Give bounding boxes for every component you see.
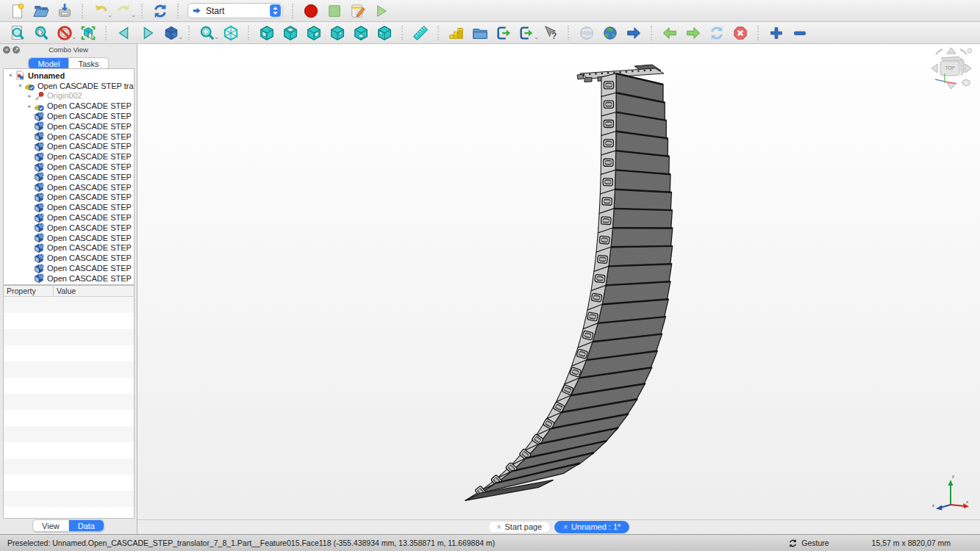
execute-macro-button[interactable] <box>370 1 393 21</box>
nav-back-icon <box>116 25 132 41</box>
tree-expander-icon[interactable]: ▸ <box>26 103 34 109</box>
dropdown-chevron-icon[interactable]: ⌄ <box>131 12 136 18</box>
viewport-3d[interactable]: TOP y x z ×Start page×Unnamed : 1* <box>137 44 980 534</box>
dropdown-chevron-icon[interactable]: ⌄ <box>178 35 183 40</box>
export-button[interactable] <box>492 24 515 43</box>
web-forward-button[interactable] <box>622 24 645 43</box>
tree-expander-icon[interactable]: ▾ <box>16 82 24 89</box>
stop-macro-button[interactable] <box>323 1 346 21</box>
dropdown-chevron-icon[interactable]: ⌄ <box>534 35 539 40</box>
property-column-header[interactable]: Property <box>4 286 54 296</box>
redo-button[interactable]: ⌄ <box>112 1 135 21</box>
tab-tasks[interactable]: Tasks <box>68 58 107 69</box>
next-page-button[interactable] <box>682 24 704 43</box>
tree-item-unnamed[interactable]: ▾Unnamed <box>4 71 134 81</box>
tree-item-part-feature[interactable]: Open CASCADE STEP translator <box>4 151 134 162</box>
refresh-button[interactable] <box>149 1 171 21</box>
view-bottom-button[interactable] <box>349 24 372 43</box>
undock-panel-button[interactable]: ↗ <box>12 46 20 54</box>
tree-item-open-cascade-step-translator[interactable]: ▸Open CASCADE STEP translator <box>4 101 134 111</box>
measure-button[interactable] <box>409 24 432 43</box>
reload-page-button[interactable] <box>705 24 728 43</box>
tree-item-part-feature[interactable]: Open CASCADE STEP translator <box>4 202 134 212</box>
view-right-icon <box>306 25 322 41</box>
web-page-button[interactable] <box>575 24 598 43</box>
zoom-out-button[interactable] <box>788 24 811 43</box>
view-top-icon <box>282 25 298 41</box>
tree-item-part-feature[interactable]: Open CASCADE STEP translator <box>4 223 134 233</box>
undo-button[interactable]: ⌄ <box>89 1 112 21</box>
tree-item-label: Open CASCADE STEP translator <box>47 253 134 262</box>
nav-back-button[interactable] <box>112 24 135 43</box>
property-row-empty <box>4 345 134 361</box>
view-front-button[interactable] <box>255 24 278 43</box>
workbench-selector[interactable]: Start <box>187 3 283 18</box>
nav-forward-button[interactable] <box>136 24 159 43</box>
navigation-cube[interactable]: TOP <box>930 47 973 90</box>
web-home-button[interactable] <box>598 24 621 43</box>
document-tab-start-page[interactable]: ×Start page <box>488 521 551 533</box>
tree-item-part-feature[interactable]: Open CASCADE STEP translator <box>4 192 134 203</box>
tab-view[interactable]: View <box>33 520 68 531</box>
tree-item-part-feature[interactable]: Open CASCADE STEP translator <box>4 111 134 121</box>
zoom-in-button[interactable] <box>765 24 787 43</box>
axonometric-button[interactable] <box>219 24 242 43</box>
tree-expander-icon[interactable]: ▸ <box>26 93 34 99</box>
toolbar-separator <box>82 4 83 18</box>
close-tab-icon[interactable]: × <box>563 523 568 531</box>
tree-item-part-feature[interactable]: Open CASCADE STEP translator <box>4 212 134 223</box>
line-array-model[interactable] <box>137 44 980 519</box>
tree-expander-icon[interactable]: ▾ <box>7 72 15 79</box>
close-panel-button[interactable]: × <box>3 46 10 54</box>
view-left-button[interactable] <box>373 24 396 43</box>
tree-item-part-feature[interactable]: Open CASCADE STEP translator <box>4 243 134 253</box>
part-steps-button[interactable] <box>445 24 468 43</box>
edit-macro-button[interactable] <box>346 1 369 21</box>
zoom-selection-button[interactable] <box>29 24 52 43</box>
tree-item-part-feature[interactable]: Open CASCADE STEP translator <box>4 263 134 273</box>
tree-item-open-cascade-step-translator[interactable]: ▾Open CASCADE STEP translator <box>4 81 134 91</box>
open-document-button[interactable] <box>29 1 52 21</box>
tree-item-part-feature[interactable]: Open CASCADE STEP translator <box>4 132 134 142</box>
box-handle <box>604 120 613 127</box>
view-rear-button[interactable] <box>326 24 348 43</box>
tree-item-part-feature[interactable]: Open CASCADE STEP translator <box>4 233 134 243</box>
close-tab-icon[interactable]: × <box>497 523 501 531</box>
tree-item-part-feature[interactable]: Open CASCADE STEP translator <box>4 253 134 263</box>
tab-data[interactable]: Data <box>68 520 104 531</box>
dropdown-chevron-icon[interactable]: ⌄ <box>71 35 76 40</box>
new-document-button[interactable] <box>6 1 29 21</box>
stop-page-button[interactable] <box>729 24 751 43</box>
value-column-header[interactable]: Value <box>54 286 134 296</box>
part-icon <box>34 253 44 263</box>
view-selection-button[interactable] <box>76 24 99 43</box>
isometric-button[interactable]: ⌄ <box>160 24 182 43</box>
zoom-button[interactable]: ⌄ <box>196 24 218 43</box>
tree-item-part-feature[interactable]: Open CASCADE STEP translator <box>4 142 134 152</box>
export-submenu-button[interactable]: ⌄ <box>515 24 538 43</box>
tree-item-label: Open CASCADE STEP translator <box>47 243 134 252</box>
prev-page-button[interactable] <box>658 24 681 43</box>
draw-style-button[interactable]: ⌄ <box>53 24 76 43</box>
documents-folder-button[interactable] <box>468 24 491 43</box>
tree-item-part-feature[interactable]: Open CASCADE STEP translator <box>4 121 134 132</box>
tree-item-origin002[interactable]: ▸Origin002 <box>4 91 134 101</box>
fit-all-button[interactable] <box>6 24 29 43</box>
view-top-button[interactable] <box>279 24 301 43</box>
dropdown-chevron-icon[interactable]: ⌄ <box>214 35 219 40</box>
tree-item-part-feature[interactable]: Open CASCADE STEP translator <box>4 162 134 172</box>
dropdown-chevron-icon[interactable]: ⌄ <box>107 12 112 18</box>
tree-item-part-feature[interactable]: Open CASCADE STEP translator <box>4 273 134 284</box>
box-handle <box>587 312 598 321</box>
save-document-button[interactable] <box>53 1 76 21</box>
tree-item-part-feature[interactable]: Open CASCADE STEP translator <box>4 172 134 182</box>
navcube-top-face-label[interactable]: TOP <box>945 65 954 71</box>
navigation-style-indicator[interactable]: Gesture <box>788 539 829 548</box>
axonometric-icon <box>223 25 239 41</box>
view-right-button[interactable] <box>302 24 325 43</box>
record-macro-button[interactable] <box>299 1 322 21</box>
whats-this-button[interactable]: ? <box>539 24 562 43</box>
document-tab-unnamed-1-[interactable]: ×Unnamed : 1* <box>554 521 629 533</box>
tab-model[interactable]: Model <box>29 58 68 69</box>
tree-item-part-feature[interactable]: Open CASCADE STEP translator <box>4 182 134 192</box>
